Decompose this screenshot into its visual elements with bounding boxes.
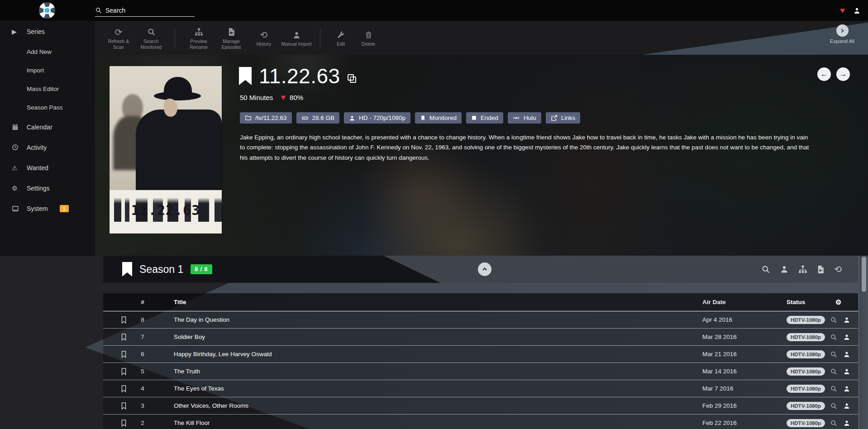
season-interactive-search-icon[interactable]: [780, 265, 789, 274]
episode-search-icon[interactable]: [830, 334, 837, 341]
header-number[interactable]: #: [129, 299, 157, 305]
episode-title[interactable]: The Day in Question: [157, 316, 702, 323]
episode-title[interactable]: The Truth: [157, 368, 702, 375]
episode-monitored-bookmark-icon[interactable]: [120, 419, 127, 427]
monitored-badge[interactable]: Monitored: [415, 112, 462, 124]
refresh-icon: ⟳: [115, 27, 123, 37]
network-badge[interactable]: A Hulu: [508, 112, 541, 124]
episode-title[interactable]: Soldier Boy: [157, 334, 702, 340]
delete-button[interactable]: Delete: [354, 28, 383, 47]
episode-search-icon[interactable]: [830, 316, 837, 324]
monitored-bookmark-icon[interactable]: [239, 67, 252, 85]
episode-interactive-search-icon[interactable]: [843, 385, 850, 392]
sidebar-item-system[interactable]: System 1: [0, 198, 95, 219]
episode-row[interactable]: 8 The Day in Question Apr 4 2016 HDTV-10…: [103, 311, 858, 329]
episode-title[interactable]: Other Voices, Other Rooms: [157, 402, 702, 409]
episode-interactive-search-icon[interactable]: [843, 402, 850, 410]
episode-search-icon[interactable]: [830, 419, 837, 427]
episode-monitored-bookmark-icon[interactable]: [120, 316, 127, 324]
sidebar-item-wanted[interactable]: ⚠ Wanted: [0, 157, 95, 178]
season-episode-file-icon[interactable]: [817, 265, 825, 274]
episode-row[interactable]: 5 The Truth Mar 14 2016 HDTV-1080p: [103, 363, 858, 380]
header-title[interactable]: Title: [157, 299, 702, 305]
sidebar-item-mass-editor[interactable]: Mass Editor: [0, 80, 95, 98]
donate-heart-icon[interactable]: ♥: [840, 6, 845, 14]
episode-search-icon[interactable]: [830, 402, 837, 410]
scrollbar-thumb[interactable]: [862, 257, 866, 292]
sidebar-item-series[interactable]: ▶ Series: [0, 21, 95, 43]
season-header[interactable]: Season 1 8 / 8 ⟲: [103, 256, 858, 283]
user-account-icon[interactable]: [853, 7, 861, 14]
episode-air-date: Mar 14 2016: [702, 368, 787, 375]
season-rename-sitemap-icon[interactable]: [798, 265, 807, 274]
episode-title[interactable]: The Eyes of Texas: [157, 385, 702, 392]
episode-monitored-bookmark-icon[interactable]: [120, 367, 127, 376]
episode-row[interactable]: 2 The Kill Floor Feb 22 2016 HDTV-1080p: [103, 415, 858, 429]
file-video-icon: [228, 27, 235, 37]
episode-row[interactable]: 3 Other Voices, Other Rooms Feb 29 2016 …: [103, 397, 858, 415]
quality-profile-badge[interactable]: HD - 720p/1080p: [344, 112, 410, 124]
collapse-season-button[interactable]: [478, 262, 491, 276]
next-series-button[interactable]: →: [836, 67, 850, 81]
episode-row[interactable]: 4 The Eyes of Texas Mar 7 2016 HDTV-1080…: [103, 380, 858, 397]
episode-interactive-search-icon[interactable]: [843, 334, 850, 341]
sidebar-item-label: Series: [27, 28, 45, 35]
chevron-right-circle-icon: [836, 24, 849, 37]
preview-rename-button[interactable]: Preview Rename: [182, 25, 215, 50]
episode-title[interactable]: The Kill Floor: [157, 419, 702, 426]
episode-interactive-search-icon[interactable]: [843, 419, 850, 427]
links-badge[interactable]: Links: [546, 112, 581, 124]
status-badge[interactable]: Ended: [466, 112, 503, 124]
episode-monitored-bookmark-icon[interactable]: [120, 402, 127, 410]
previous-series-button[interactable]: ←: [817, 67, 831, 81]
episode-interactive-search-icon[interactable]: [843, 368, 850, 375]
episode-search-icon[interactable]: [830, 368, 837, 375]
sidebar-item-season-pass[interactable]: Season Pass: [0, 98, 95, 117]
history-button[interactable]: ⟲ History: [248, 28, 280, 47]
series-rating: 80%: [290, 94, 303, 101]
size-on-disk-badge[interactable]: 28.6 GB: [296, 112, 340, 124]
episode-monitored-bookmark-icon[interactable]: [120, 333, 127, 341]
sitemap-icon: [195, 27, 203, 37]
episode-row[interactable]: 7 Soldier Boy Mar 28 2016 HDTV-1080p: [103, 329, 858, 346]
search-input[interactable]: [105, 7, 187, 14]
episode-air-date: Mar 7 2016: [702, 385, 787, 392]
episode-interactive-search-icon[interactable]: [843, 351, 850, 358]
copy-title-icon[interactable]: [348, 74, 358, 84]
header-air-date[interactable]: Air Date: [702, 299, 787, 305]
episode-search-icon[interactable]: [830, 351, 837, 358]
search-monitored-button[interactable]: Search Monitored: [135, 25, 167, 50]
season-search-icon[interactable]: [761, 265, 770, 274]
season-monitored-bookmark-icon[interactable]: [122, 262, 132, 276]
series-info: 11.22.63 50 Minutes ♥ 80% /tv/11.22.63 2…: [239, 64, 814, 163]
manual-import-button[interactable]: Manual Import: [280, 28, 313, 47]
sidebar-item-import[interactable]: Import: [0, 61, 95, 80]
expand-all-button[interactable]: Expand All: [823, 24, 862, 44]
warning-icon: ⚠: [12, 164, 23, 172]
edit-button[interactable]: Edit: [328, 28, 354, 47]
table-options-gear-icon[interactable]: ⚙: [835, 298, 841, 306]
path-badge[interactable]: /tv/11.22.63: [240, 112, 292, 124]
season-history-icon[interactable]: ⟲: [834, 265, 842, 274]
sonarr-logo-icon[interactable]: [39, 2, 55, 19]
episode-row[interactable]: 6 Happy Birthday, Lee Harvey Oswald Mar …: [103, 346, 858, 363]
sidebar-item-activity[interactable]: Activity: [0, 137, 95, 157]
episode-interactive-search-icon[interactable]: [843, 316, 850, 324]
episode-monitored-bookmark-icon[interactable]: [120, 385, 127, 393]
manage-episodes-button[interactable]: Manage Episodes: [215, 25, 248, 50]
series-poster[interactable]: 11.22.63: [110, 66, 222, 234]
search-field[interactable]: [95, 4, 195, 17]
episode-search-icon[interactable]: [830, 385, 837, 392]
sidebar-item-add-new[interactable]: Add New: [0, 43, 95, 61]
episode-title[interactable]: Happy Birthday, Lee Harvey Oswald: [157, 351, 702, 358]
toolbar-button-label: Delete: [362, 41, 375, 47]
header-status[interactable]: Status: [787, 299, 830, 305]
episode-air-date: Feb 29 2016: [702, 402, 787, 409]
sidebar-item-calendar[interactable]: Calendar: [0, 117, 95, 137]
sidebar: ▶ Series Add New Import Mass Editor Seas…: [0, 21, 95, 256]
episode-monitored-bookmark-icon[interactable]: [120, 350, 127, 358]
sidebar-item-settings[interactable]: ⚙ Settings: [0, 178, 95, 198]
vertical-scrollbar[interactable]: [860, 256, 867, 429]
calendar-icon: [12, 124, 23, 130]
refresh-scan-button[interactable]: ⟳ Refresh & Scan: [102, 25, 135, 50]
